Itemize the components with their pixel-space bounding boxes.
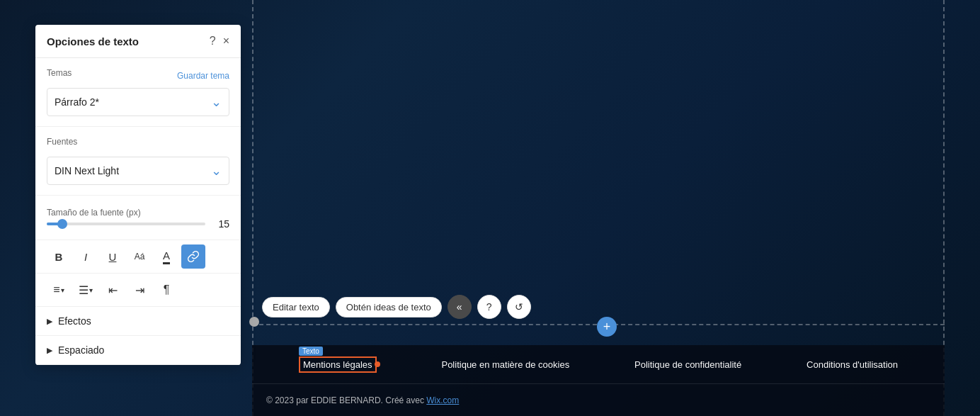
paragraph-icon: ¶ [164,283,170,296]
themes-label: Temas [47,68,72,78]
underline-button[interactable]: U [101,244,125,269]
themes-dropdown-value: Párrafo 2* [55,96,99,108]
fonts-section: Fuentes DIN Next Light ⌄ [35,127,241,196]
footer: Texto Mentions légales Politique en mati… [252,345,945,416]
save-theme-link[interactable]: Guardar tema [177,71,229,81]
help-icon: ? [486,301,492,313]
footer-mentions-legales[interactable]: Texto Mentions légales [299,359,377,370]
text-badge: Texto [299,347,323,356]
indent-increase-icon: ⇥ [135,283,144,297]
copyright-text: © 2023 par EDDIE BERNARD. Créé avec [266,395,424,405]
themes-section-header: Temas Guardar tema [47,68,229,84]
format-buttons-row: B I U Aá A [35,240,241,274]
fonts-dropdown[interactable]: DIN Next Light ⌄ [47,157,229,185]
paragraph-button[interactable]: ¶ [154,278,178,302]
align-chevron-icon: ▾ [61,286,64,294]
wix-link[interactable]: Wix.com [426,395,459,405]
themes-dropdown[interactable]: Párrafo 2* ⌄ [47,88,229,116]
panel-help-button[interactable]: ? [210,35,216,47]
help-icon-button[interactable]: ? [477,295,501,319]
font-size-row: 15 [47,218,229,230]
font-size-value: 15 [212,218,229,230]
align-buttons-row: ≡ ▾ ☰ ▾ ⇤ ⇥ ¶ [35,274,241,307]
indent-increase-button[interactable]: ⇥ [127,278,152,302]
fonts-label: Fuentes [47,137,77,147]
espaciado-arrow-icon: ▶ [47,346,52,355]
font-size-label: Tamaño de la fuente (px) [47,208,141,218]
footer-copyright: © 2023 par EDDIE BERNARD. Créé avec Wix.… [252,384,945,416]
footer-nav: Texto Mentions légales Politique en mati… [252,345,945,384]
efectos-arrow-icon: ▶ [47,317,52,326]
back-icon: « [457,301,462,313]
espaciado-label: Espaciado [58,344,104,356]
text-color-button[interactable]: A [154,244,178,269]
case-button[interactable]: Aá [127,244,152,269]
text-color-a-icon: A [163,249,170,264]
panel-header-icons: ? × [210,35,229,47]
text-align-button[interactable]: ≡ ▾ [47,278,71,302]
fonts-chevron-icon: ⌄ [211,163,222,179]
refresh-icon-button[interactable]: ↺ [507,295,531,319]
indent-decrease-icon: ⇤ [108,283,118,297]
themes-section: Temas Guardar tema Párrafo 2* ⌄ [35,58,241,127]
bold-button[interactable]: B [47,244,71,269]
footer-politique-cookies[interactable]: Politique en matière de cookies [441,359,569,370]
mentions-legales-text[interactable]: Mentions légales [299,356,377,373]
espaciado-section[interactable]: ▶ Espaciado [35,336,241,365]
slider-thumb[interactable] [57,219,67,229]
fonts-section-header: Fuentes [47,137,229,152]
font-size-section: Tamaño de la fuente (px) 15 [35,196,241,240]
left-handle[interactable] [249,317,259,327]
align-left-icon: ≡ [53,283,59,296]
back-icon-button[interactable]: « [448,295,472,319]
text-options-panel: Opciones de texto ? × Temas Guardar tema… [35,25,241,365]
footer-politique-confidentialite[interactable]: Politique de confidentialité [634,359,741,370]
panel-header: Opciones de texto ? × [35,25,241,58]
list-button[interactable]: ☰ ▾ [74,278,98,302]
link-button[interactable] [181,244,205,269]
panel-close-button[interactable]: × [223,35,229,47]
efectos-section[interactable]: ▶ Efectos [35,307,241,336]
fonts-dropdown-value: DIN Next Light [55,165,119,176]
themes-chevron-icon: ⌄ [211,94,222,110]
add-element-button[interactable]: + [597,317,617,337]
get-ideas-button[interactable]: Obtén ideas de texto [336,297,442,317]
floating-toolbar: Editar texto Obtén ideas de texto « ? ↺ [262,295,531,319]
panel-title: Opciones de texto [47,35,139,47]
list-chevron-icon: ▾ [89,286,93,294]
footer-conditions[interactable]: Conditions d'utilisation [807,359,898,370]
edit-text-button[interactable]: Editar texto [262,297,330,317]
indent-decrease-button[interactable]: ⇤ [101,278,125,302]
mentions-dot [375,361,380,367]
list-icon: ☰ [79,283,89,297]
refresh-icon: ↺ [515,301,523,313]
font-size-slider[interactable] [47,223,205,225]
italic-button[interactable]: I [74,244,98,269]
efectos-label: Efectos [58,315,91,327]
link-icon [188,251,199,262]
